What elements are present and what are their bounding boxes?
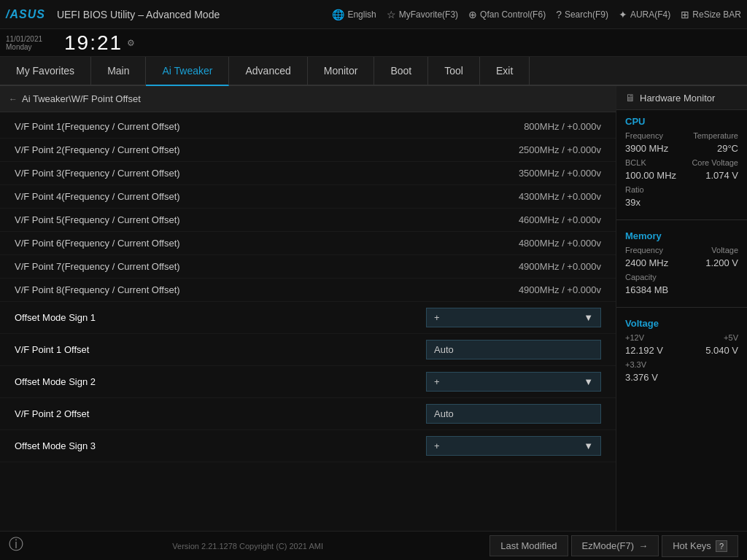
nav-monitor[interactable]: Monitor	[308, 57, 375, 85]
header-tools: 🌐 English ☆ MyFavorite(F3) ⊕ Qfan Contro…	[332, 9, 741, 20]
aura-tool[interactable]: ✦ AURA(F4)	[619, 9, 670, 20]
voltage-section: Voltage +12V +5V 12.192 V 5.040 V +3.3V …	[616, 312, 747, 390]
vf-point-row-4: V/F Point 4(Frequency / Current Offset) …	[0, 185, 616, 209]
offset-mode-sign-2-row: Offset Mode Sign 2 + ▼	[0, 366, 616, 398]
offset-mode-sign-3-row: Offset Mode Sign 3 + ▼	[0, 430, 616, 462]
vf-point-row-3: V/F Point 3(Frequency / Current Offset) …	[0, 162, 616, 185]
qfan-tool[interactable]: ⊕ Qfan Control(F6)	[468, 9, 546, 20]
offset-mode-sign-1-row: Offset Mode Sign 1 + ▼	[0, 302, 616, 334]
vf-point-row-5: V/F Point 5(Frequency / Current Offset) …	[0, 209, 616, 232]
vf-point-1-offset-row: V/F Point 1 Offset Auto	[0, 334, 616, 366]
nav-ai-tweaker[interactable]: Ai Tweaker	[146, 57, 229, 86]
volt-33-value: 3.376 V	[625, 372, 738, 384]
content-area: ← Ai Tweaker\W/F Point Offset V/F Point …	[0, 86, 616, 531]
chevron-down-icon: ▼	[584, 376, 593, 387]
back-arrow-icon[interactable]: ←	[9, 94, 18, 104]
nav-exit[interactable]: Exit	[480, 57, 530, 85]
offset-mode-sign-1-dropdown[interactable]: + ▼	[426, 308, 601, 327]
time-settings-icon[interactable]: ⚙	[127, 38, 135, 48]
chevron-down-icon: ▼	[584, 312, 593, 323]
hw-monitor-title: 🖥 Hardware Monitor	[616, 86, 747, 110]
star-icon: ☆	[387, 9, 396, 20]
cpu-ratio-value: 39x	[625, 197, 738, 209]
date-display: 11/01/2021 Monday	[6, 35, 64, 51]
volt-33-label: +3.3V	[625, 360, 738, 369]
time-display: 19:21	[64, 31, 123, 55]
cpu-freq-temp-values: 3900 MHz 29°C	[625, 143, 738, 155]
myfavorite-tool[interactable]: ☆ MyFavorite(F3)	[387, 9, 458, 20]
breadcrumb: ← Ai Tweaker\W/F Point Offset	[0, 86, 616, 112]
resize-bar-tool[interactable]: ⊞ ReSize BAR	[681, 9, 741, 20]
settings-table: V/F Point 1(Frequency / Current Offset) …	[0, 112, 616, 531]
datetime-bar: 11/01/2021 Monday 19:21 ⚙	[0, 29, 747, 57]
mem-cap-value: 16384 MB	[625, 284, 738, 297]
search-tool[interactable]: ? Search(F9)	[556, 9, 608, 20]
vf-point-2-offset-input[interactable]: Auto	[426, 404, 601, 424]
arrow-right-icon: →	[638, 540, 648, 551]
offset-mode-sign-2-dropdown[interactable]: + ▼	[426, 372, 601, 392]
cpu-section: CPU Frequency Temperature 3900 MHz 29°C …	[616, 110, 747, 215]
vf-point-row-7: V/F Point 7(Frequency / Current Offset) …	[0, 255, 616, 279]
ez-mode-button[interactable]: EzMode(F7) →	[571, 535, 659, 556]
vf-point-row-2: V/F Point 2(Frequency / Current Offset) …	[0, 139, 616, 162]
volt-12-5-labels: +12V +5V	[625, 333, 738, 342]
volt-12-5-values: 12.192 V 5.040 V	[625, 345, 738, 357]
last-modified-button[interactable]: Last Modified	[489, 535, 568, 556]
nav-advanced[interactable]: Advanced	[229, 57, 307, 85]
cpu-freq-temp-labels: Frequency Temperature	[625, 131, 738, 140]
nav-favorites[interactable]: My Favorites	[0, 57, 91, 85]
language-icon: 🌐	[332, 9, 344, 20]
nav-main[interactable]: Main	[91, 57, 146, 85]
hw-divider-2	[616, 307, 747, 308]
vf-point-row-8: V/F Point 8(Frequency / Current Offset) …	[0, 279, 616, 302]
asus-logo: /ASUS	[6, 8, 45, 21]
cpu-bclk-cv-values: 100.00 MHz 1.074 V	[625, 170, 738, 182]
mem-freq-volt-labels: Frequency Voltage	[625, 246, 738, 254]
navbar: My Favorites Main Ai Tweaker Advanced Mo…	[0, 57, 747, 86]
mem-freq-volt-values: 2400 MHz 1.200 V	[625, 257, 738, 270]
search-icon: ?	[556, 9, 562, 20]
main-layout: ← Ai Tweaker\W/F Point Offset V/F Point …	[0, 86, 747, 531]
cpu-bclk-cv-labels: BCLK Core Voltage	[625, 158, 738, 167]
question-badge: ?	[716, 540, 727, 552]
chevron-down-icon: ▼	[584, 440, 593, 451]
hw-divider-1	[616, 219, 747, 220]
vf-point-2-offset-row: V/F Point 2 Offset Auto	[0, 398, 616, 430]
vf-point-row-6: V/F Point 6(Frequency / Current Offset) …	[0, 232, 616, 255]
cpu-ratio-label: Ratio	[625, 185, 738, 194]
info-icon[interactable]: ⓘ	[9, 534, 23, 554]
monitor-icon: 🖥	[625, 92, 635, 104]
resize-icon: ⊞	[681, 9, 689, 20]
version-text: Version 2.21.1278 Copyright (C) 2021 AMI	[9, 542, 487, 551]
header-bar: /ASUS UEFI BIOS Utility – Advanced Mode …	[0, 0, 747, 29]
mem-cap-label: Capacity	[625, 273, 738, 281]
offset-mode-sign-3-dropdown[interactable]: + ▼	[426, 436, 601, 456]
hot-keys-button[interactable]: Hot Keys ?	[662, 535, 738, 557]
aura-icon: ✦	[619, 9, 627, 20]
status-bar: ⓘ Version 2.21.1278 Copyright (C) 2021 A…	[0, 531, 747, 560]
vf-point-row-1: V/F Point 1(Frequency / Current Offset) …	[0, 115, 616, 139]
nav-boot[interactable]: Boot	[374, 57, 428, 85]
nav-tool[interactable]: Tool	[428, 57, 480, 85]
memory-section: Memory Frequency Voltage 2400 MHz 1.200 …	[616, 225, 747, 303]
language-tool[interactable]: 🌐 English	[332, 9, 376, 20]
hardware-monitor-panel: 🖥 Hardware Monitor CPU Frequency Tempera…	[616, 86, 747, 531]
bios-title: UEFI BIOS Utility – Advanced Mode	[57, 9, 220, 20]
vf-point-1-offset-input[interactable]: Auto	[426, 340, 601, 359]
fan-icon: ⊕	[468, 9, 477, 20]
